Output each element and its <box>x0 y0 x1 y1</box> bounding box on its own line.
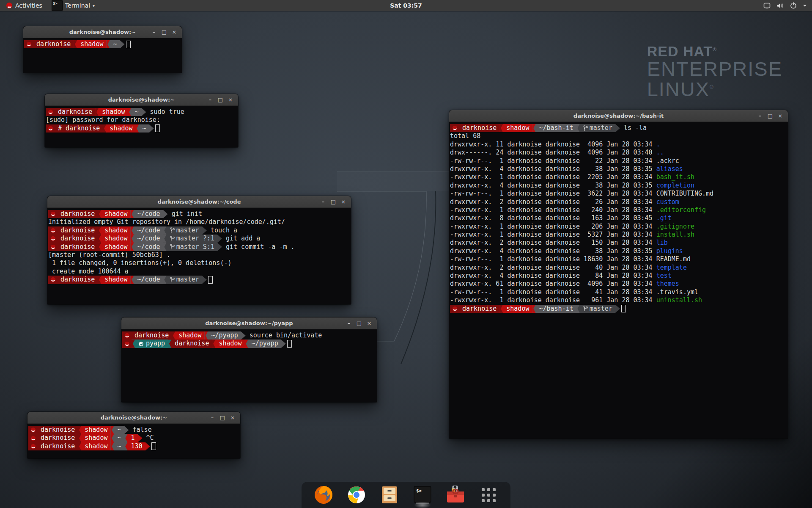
prompt-segment-host: shadow <box>176 331 204 340</box>
prompt-separator <box>132 340 135 348</box>
activities-button[interactable]: Activities <box>3 0 46 11</box>
prompt-segment-user: darknoise <box>459 305 499 313</box>
redhat-icon <box>50 277 56 282</box>
terminal-line: pyappdarknoiseshadow~/pyapp <box>122 340 376 348</box>
terminal-line: darknoiseshadow~/code git init <box>48 210 350 218</box>
dock-item-firefox[interactable] <box>313 485 334 505</box>
minimize-button[interactable]: – <box>344 318 354 329</box>
dock: $> <box>302 482 510 508</box>
terminal-content[interactable]: darknoiseshadow~ <box>23 38 182 73</box>
prompt-segment-path: ~/code <box>134 210 163 218</box>
chrome-icon <box>347 486 366 504</box>
terminal-line: darknoiseshadow~ <box>24 40 181 48</box>
terminal-content[interactable]: darknoiseshadow~ falsedarknoiseshadow~1 … <box>27 424 240 458</box>
dock-item-toolbox[interactable] <box>445 485 466 505</box>
maximize-button[interactable]: □ <box>217 412 228 423</box>
minimize-button[interactable]: – <box>207 412 217 423</box>
app-menu-terminal[interactable]: $> Terminal ▾ <box>48 0 98 11</box>
display-icon <box>763 3 771 9</box>
dock-item-terminal[interactable]: $> <box>412 485 433 505</box>
file-name: completion <box>656 182 694 190</box>
redhat-prompt-icon <box>48 235 58 243</box>
close-button[interactable]: × <box>228 412 238 423</box>
window-titlebar[interactable]: darknoise@shadow:~–□× <box>23 26 182 38</box>
terminal-content[interactable]: darknoiseshadow~ sudo true[sudo] passwor… <box>45 106 238 147</box>
redhat-prompt-icon <box>122 331 132 340</box>
window-titlebar[interactable]: darknoise@shadow:~–□× <box>45 94 238 106</box>
terminal-content[interactable]: darknoiseshadow~/bash-itmaster ls -latot… <box>449 122 788 439</box>
prompt-separator <box>163 243 167 251</box>
output-text: drwxrwxr-x. 61 darknoise darknoise 4096 … <box>450 280 656 288</box>
maximize-button[interactable]: □ <box>159 26 169 38</box>
maximize-button[interactable]: □ <box>354 318 364 329</box>
prompt-separator <box>98 210 102 218</box>
dock-item-chrome[interactable] <box>346 485 367 505</box>
prompt-separator <box>110 434 114 442</box>
files-icon <box>381 486 398 504</box>
prompt-arrow <box>217 235 222 243</box>
close-button[interactable]: × <box>225 94 236 105</box>
prompt-segment-path: ~/code <box>134 276 163 284</box>
prompt-separator <box>172 331 176 340</box>
redhat-prompt-icon <box>46 108 55 116</box>
window-controls: –□× <box>149 26 179 38</box>
terminal-line: drwxrwxr-x. 8 darknoise darknoise 163 Ja… <box>450 214 787 222</box>
system-tray[interactable] <box>763 2 812 9</box>
prompt-segment-label: shadow <box>85 426 107 434</box>
terminal-line: darknoiseshadow~/codemaster touch a <box>48 226 350 235</box>
file-name: uninstall.sh <box>656 296 702 304</box>
prompt-arrow <box>142 108 146 116</box>
close-button[interactable]: × <box>338 196 348 207</box>
window-titlebar[interactable]: darknoise@shadow:~–□× <box>27 412 240 424</box>
redhat-logo-icon <box>6 2 13 9</box>
redhat-prompt-icon <box>450 305 459 313</box>
clock[interactable]: Sat 03:57 <box>390 2 422 9</box>
prompt-separator <box>78 426 82 434</box>
prompt-segment-user: darknoise <box>58 243 98 251</box>
svg-text:$>: $> <box>416 488 422 494</box>
minimize-button[interactable]: – <box>205 94 215 105</box>
file-name: .gitignore <box>656 223 694 231</box>
prompt-segment-user: darknoise <box>38 426 78 434</box>
prompt-segment-label: darknoise <box>462 124 497 132</box>
prompt-segment-label: shadow <box>104 235 127 243</box>
minimize-button[interactable]: – <box>318 196 328 207</box>
close-button[interactable]: × <box>169 26 179 38</box>
prompt-segment-host: shadow <box>102 235 130 243</box>
maximize-button[interactable]: □ <box>765 110 775 121</box>
window-titlebar[interactable]: darknoise@shadow:~/code–□× <box>47 196 351 208</box>
redhat-prompt-icon <box>24 40 33 48</box>
window-titlebar[interactable]: darknoise@shadow:~/pyapp–□× <box>121 318 377 329</box>
prompt-segment-user: darknoise <box>58 276 98 284</box>
minimize-button[interactable]: – <box>755 110 765 121</box>
dock-item-app-grid[interactable] <box>478 485 499 505</box>
close-button[interactable]: × <box>775 110 785 121</box>
window-titlebar[interactable]: darknoise@shadow:~/bash-it–□× <box>449 110 788 122</box>
minimize-button[interactable]: – <box>149 26 159 38</box>
close-button[interactable]: × <box>364 318 374 329</box>
terminal-content[interactable]: darknoiseshadow~/pyapp source bin/activa… <box>121 329 377 402</box>
prompt-segment-label: shadow <box>102 108 125 116</box>
file-name: template <box>656 264 687 272</box>
prompt-separator <box>136 124 140 133</box>
terminal-line: darknoiseshadow~/codemaster <box>48 276 350 284</box>
dock-item-files[interactable] <box>379 485 400 505</box>
terminal-line: # darknoiseshadow~ <box>46 124 237 133</box>
git-branch-icon <box>170 236 175 242</box>
terminal-content[interactable]: darknoiseshadow~/code git initInitialize… <box>47 208 351 304</box>
prompt-segment-label: ~ <box>113 40 117 48</box>
git-branch-icon <box>170 244 175 250</box>
prompt-separator <box>532 305 536 313</box>
output-text: drwxrwxr-x. 4 darknoise darknoise 38 Jan… <box>450 182 656 190</box>
prompt-segment-label: darknoise <box>41 442 75 450</box>
prompt-segment-label: master <box>590 124 612 132</box>
prompt-segment-branch: master <box>167 276 202 284</box>
terminal-line: darknoiseshadow~/bash-itmaster ls -la <box>450 124 787 132</box>
terminal-line: darknoiseshadow~/codemaster ?:1 git add … <box>48 235 350 243</box>
window-title: darknoise@shadow:~/code <box>158 199 241 205</box>
prompt-arrow <box>163 210 168 218</box>
prompt-segment-label: ~/pyapp <box>211 331 238 340</box>
redhat-prompt-icon <box>450 124 459 132</box>
maximize-button[interactable]: □ <box>215 94 225 105</box>
maximize-button[interactable]: □ <box>328 196 338 207</box>
